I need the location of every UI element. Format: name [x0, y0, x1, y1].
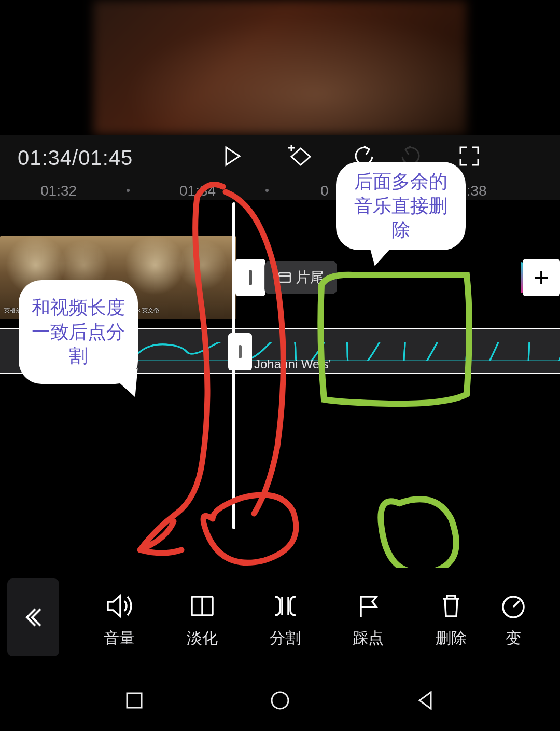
tool-split[interactable]: 分割 — [244, 591, 327, 649]
nav-recent-icon[interactable] — [123, 689, 146, 714]
tool-label: 删除 — [436, 628, 467, 649]
nav-home-icon[interactable] — [269, 689, 291, 714]
tool-delete[interactable]: 删除 — [410, 591, 493, 649]
toolbar-back-button[interactable] — [7, 578, 59, 656]
nav-back-icon[interactable] — [414, 689, 437, 714]
tool-fade[interactable]: 淡化 — [161, 591, 244, 649]
volume-icon — [105, 591, 134, 620]
ruler-tick: 0 — [320, 183, 329, 199]
end-screen-label: 片尾 — [296, 268, 325, 287]
tool-label: 淡化 — [187, 628, 218, 649]
annotation-bubble-left: 和视频长度一致后点分割 — [19, 280, 138, 384]
split-icon — [271, 591, 300, 620]
tool-label: 分割 — [270, 628, 301, 649]
tool-volume[interactable]: 音量 — [78, 591, 161, 649]
timeline-ruler[interactable]: 01:32 01:34 0 1:38 — [0, 180, 560, 200]
ruler-tick: 01:34 — [179, 183, 216, 199]
ruler-dot — [265, 189, 269, 192]
keyframe-add-icon[interactable] — [286, 142, 315, 171]
video-preview[interactable] — [93, 0, 467, 135]
system-navbar — [0, 672, 560, 731]
play-icon[interactable] — [220, 144, 244, 168]
add-clip-button[interactable]: + — [523, 259, 560, 296]
fullscreen-icon[interactable] — [457, 144, 481, 168]
end-screen-tag[interactable]: 片尾 — [264, 261, 337, 294]
svg-rect-3 — [127, 693, 142, 708]
audio-clip-name: Johanni Weis' — [254, 357, 331, 371]
trash-icon — [437, 591, 466, 620]
tool-beat[interactable]: 踩点 — [327, 591, 410, 649]
tool-label: 踩点 — [353, 628, 384, 649]
ruler-dot — [127, 189, 130, 192]
flag-icon — [354, 591, 383, 620]
fade-icon — [188, 591, 217, 620]
playhead[interactable] — [232, 202, 235, 529]
speed-icon — [499, 591, 528, 620]
tool-speed[interactable]: 变 — [493, 591, 534, 649]
tool-label: 音量 — [104, 628, 135, 649]
ruler-tick: 01:32 — [40, 183, 77, 199]
tool-label: 变 — [506, 628, 521, 649]
timecode: 01:34/01:45 — [18, 146, 133, 170]
edit-toolbar: 音量 淡化 分割 踩点 删除 变 — [0, 568, 560, 672]
svg-rect-0 — [279, 273, 290, 282]
playback-bar: 01:34/01:45 — [0, 135, 560, 180]
clip-handle[interactable] — [235, 259, 265, 296]
plus-icon: + — [534, 262, 549, 293]
audio-clip-handle[interactable] — [228, 333, 252, 370]
svg-point-4 — [272, 692, 288, 709]
annotation-bubble-right: 后面多余的音乐直接删除 — [336, 162, 466, 250]
